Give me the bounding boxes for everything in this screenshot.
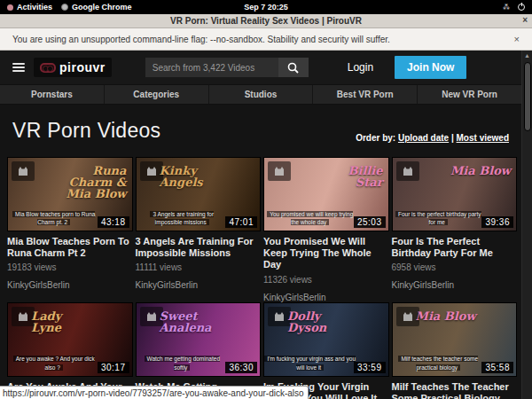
chrome-infobar: You are using an unsupported command-lin… [0, 28, 532, 51]
status-url: https://pirouvr.com/vr-porn-video/779325… [3, 388, 304, 398]
search-button[interactable] [278, 58, 309, 77]
studio-cat-logo-icon [268, 161, 291, 181]
video-title-link[interactable]: 3 Angels Are Training For Impossible Mis… [136, 236, 262, 259]
duration-badge: 43:18 [98, 216, 129, 228]
site-logo[interactable]: pirouvr [34, 58, 112, 77]
video-card[interactable]: Sweet Analena Watch me getting dominated… [136, 302, 262, 399]
duration-badge: 39:36 [481, 216, 513, 228]
menu-icon[interactable] [12, 63, 25, 72]
video-title-link[interactable]: Mia Blow Teaches Porn To Runa Charm Pt 2 [7, 236, 133, 259]
web-page: pirouvr Login Join Now Pornstars Categor… [0, 51, 521, 399]
studio-link[interactable]: KinkyGirlsBerlin [136, 280, 262, 290]
studio-link[interactable]: KinkyGirlsBerlin [7, 280, 133, 290]
nav-item-pornstars[interactable]: Pornstars [0, 85, 105, 104]
view-count: 19183 views [7, 262, 133, 272]
video-title-link[interactable]: You Promised We Will Keep Trying The Who… [263, 236, 389, 271]
video-thumbnail[interactable]: Lady Lyne Are you awake ? And your dick … [7, 302, 133, 377]
power-icon[interactable] [518, 4, 525, 11]
network-icon[interactable]: ⁂ [503, 4, 509, 12]
video-card[interactable]: Lady Lyne Are you awake ? And your dick … [7, 302, 133, 399]
view-count: 6958 views [392, 262, 518, 272]
search-icon [287, 62, 299, 74]
video-card[interactable]: Dolly Dyson I'm fucking your virgin ass … [263, 302, 389, 399]
video-card[interactable]: Mia Blow Milf teaches the teacher some p… [392, 302, 518, 399]
studio-link[interactable]: KinkyGirlsBerlin [263, 293, 389, 302]
nav-item-best-vr-porn[interactable]: Best VR Porn [313, 85, 418, 104]
logo-text: pirouvr [59, 60, 106, 74]
thumbnail-caption: Four is the perfect birthday party for m… [393, 210, 485, 228]
video-thumbnail[interactable]: Mia Blow Four is the perfect birthday pa… [392, 157, 518, 231]
window-title: VR Porn: Virtual Reality Sex Videos | Pi… [170, 16, 362, 26]
clock[interactable]: Sep 7 20:25 [0, 3, 532, 12]
thumbnail-caption: Mia Blow teaches porn to Runa Charm pt. … [8, 210, 100, 228]
video-card[interactable]: Runa Charm & Mia Blow Mia Blow teaches p… [7, 157, 133, 302]
thumbnail-overlay-name: Billie Star [321, 165, 383, 188]
window-close-icon[interactable]: × [522, 15, 528, 25]
scroll-up-arrow-icon[interactable]: ▲ [522, 51, 532, 61]
video-title-link[interactable]: Four Is The Perfect Birthday Party For M… [392, 236, 518, 259]
duration-badge: 35:58 [481, 362, 513, 373]
status-url-tooltip: https://pirouvr.com/vr-porn-video/779325… [0, 386, 309, 399]
thumbnail-overlay-name: Runa Charm & Mia Blow [65, 165, 127, 200]
video-thumbnail[interactable]: Dolly Dyson I'm fucking your virgin ass … [263, 302, 389, 377]
page-scrollbar[interactable]: ▲ [521, 51, 532, 399]
thumbnail-caption: Watch me getting dominated softly [137, 355, 229, 372]
nav-item-studios[interactable]: Studios [209, 85, 314, 104]
thumbnail-caption: 3 Angels are training for impossible mis… [137, 210, 229, 228]
video-thumbnail[interactable]: Billie Star You promised we will keep tr… [263, 157, 389, 231]
order-upload-date-link[interactable]: Upload date [398, 133, 449, 143]
thumbnail-overlay-name: Mia Blow [450, 165, 511, 176]
duration-badge: 25:03 [354, 216, 386, 228]
thumbnail-overlay-name: Lady Lyne [31, 310, 93, 333]
order-by: Order by: Upload date | Most viewed [356, 133, 509, 143]
main-nav: Pornstars Categories Studios Best VR Por… [0, 84, 521, 105]
studio-cat-logo-icon [12, 161, 35, 181]
duration-badge: 47:01 [225, 216, 257, 228]
video-grid: Runa Charm & Mia Blow Mia Blow teaches p… [0, 153, 521, 399]
video-card[interactable]: Billie Star You promised we will keep tr… [263, 157, 389, 302]
infobar-message: You are using an unsupported command-lin… [12, 35, 390, 44]
thumbnail-overlay-name: Kinky Angels [160, 165, 222, 188]
nav-item-new-vr-porn[interactable]: New VR Porn [418, 85, 521, 104]
thumbnail-caption: I'm fucking your virgin ass and you will… [264, 355, 356, 372]
video-card[interactable]: Kinky Angels 3 Angels are training for i… [136, 157, 262, 302]
order-by-label: Order by: [356, 133, 395, 143]
search-input[interactable] [145, 58, 278, 77]
duration-badge: 30:17 [98, 362, 129, 373]
page-title: VR Porn Videos [12, 119, 160, 143]
window-title-bar: VR Porn: Virtual Reality Sex Videos | Pi… [0, 14, 532, 28]
scrollbar-thumb[interactable] [524, 62, 531, 131]
studio-cat-logo-icon [396, 161, 419, 181]
vr-goggles-icon [40, 63, 56, 73]
duration-badge: 36:30 [225, 362, 257, 373]
view-count: 11326 views [263, 275, 389, 285]
infobar-close-icon[interactable]: × [514, 34, 520, 44]
studio-link[interactable]: KinkyGirlsBerlin [392, 280, 518, 290]
thumbnail-overlay-name: Mia Blow [416, 310, 476, 322]
join-now-button[interactable]: Join Now [395, 56, 466, 79]
view-count: 11111 views [136, 262, 262, 272]
video-title-link[interactable]: Milf Teaches The Teacher Some Practical … [392, 381, 518, 399]
thumbnail-overlay-name: Sweet Analena [160, 310, 222, 333]
thumbnail-overlay-name: Dolly Dyson [287, 310, 349, 333]
video-thumbnail[interactable]: Kinky Angels 3 Angels are training for i… [136, 157, 262, 231]
duration-badge: 33:59 [354, 362, 386, 373]
video-thumbnail[interactable]: Sweet Analena Watch me getting dominated… [136, 302, 262, 377]
video-card[interactable]: Mia Blow Four is the perfect birthday pa… [392, 157, 518, 302]
thumbnail-caption: Are you awake ? And your dick also ? [8, 355, 100, 372]
login-link[interactable]: Login [348, 61, 373, 74]
desktop-top-bar: Activities Google Chrome Sep 7 20:25 ⁂ [0, 0, 532, 14]
video-thumbnail[interactable]: Runa Charm & Mia Blow Mia Blow teaches p… [7, 157, 133, 231]
thumbnail-caption: You promised we will keep trying the who… [264, 210, 356, 228]
thumbnail-caption: Milf teaches the teacher some practical … [393, 355, 485, 372]
video-thumbnail[interactable]: Mia Blow Milf teaches the teacher some p… [392, 302, 518, 377]
nav-item-categories[interactable]: Categories [105, 85, 209, 104]
order-most-viewed-link[interactable]: Most viewed [457, 133, 509, 143]
site-header: pirouvr Login Join Now [0, 51, 521, 84]
